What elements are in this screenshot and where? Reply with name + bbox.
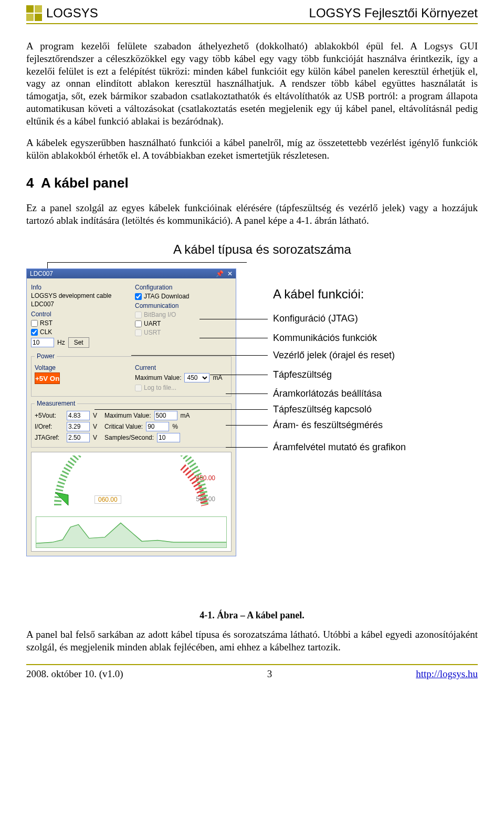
- footer-date: 2008. október 10. (v1.0): [26, 668, 123, 680]
- page-header: LOGSYS LOGSYS Fejlesztői Környezet: [26, 5, 478, 24]
- voltage-label: Voltage: [35, 364, 128, 371]
- 5v-on-button[interactable]: +5V On: [35, 372, 60, 384]
- set-button[interactable]: Set: [68, 337, 89, 348]
- figure-4-1: A kábel típusa és sorozatszáma LDC007 📌 …: [26, 237, 478, 621]
- gauge-range: 500.00: [196, 495, 215, 503]
- jtag-checkbox[interactable]: [135, 293, 142, 300]
- paragraph-1: A program kezelői felülete szabadon áthe…: [26, 40, 478, 127]
- callout-switch: Tápfeszültség kapcsoló: [273, 404, 372, 415]
- callout-measure: Áram- és feszültségmérés: [273, 420, 383, 431]
- svg-marker-1: [36, 523, 226, 547]
- gauge-max: 450.00: [196, 474, 215, 482]
- power-fieldset: Power Voltage +5V On Current Maximum Val…: [31, 353, 232, 397]
- critical-input[interactable]: [146, 422, 169, 431]
- cable-panel: LDC007 📌 ✕ Info LOGSYS development cable…: [26, 268, 236, 556]
- info-text-2: LDC007: [31, 301, 128, 309]
- close-icon[interactable]: ✕: [227, 270, 233, 277]
- figure-caption: 4-1. Ábra – A kábel panel.: [26, 610, 478, 621]
- callout-comm: Kommunikációs funkciók: [273, 333, 377, 344]
- callout-jtag: Konfiguráció (JTAG): [273, 313, 358, 324]
- callout-power: Tápfeszültség: [273, 369, 332, 380]
- paragraph-3: Ez a panel szolgál az egyes kábelek funk…: [26, 202, 478, 227]
- max-ma-input[interactable]: [154, 411, 177, 420]
- max-current-select[interactable]: 450: [184, 373, 209, 382]
- page-footer: 2008. október 10. (v1.0) 3 http://logsys…: [26, 664, 478, 680]
- callout-gauge: Áramfelvétel mutató és grafikon: [273, 442, 406, 453]
- usrt-checkbox: [135, 329, 142, 336]
- paragraph-4: A panel bal felső sarkában az adott kábe…: [26, 628, 478, 654]
- bitbang-checkbox: [135, 312, 142, 318]
- gauge-current: 060.00: [94, 495, 121, 504]
- gauge-graph: 450.00 060.00 500.00: [31, 452, 232, 552]
- footer-pagenum: 3: [267, 668, 272, 680]
- callout-functions-title: A kábel funkciói:: [273, 287, 364, 302]
- callout-top: A kábel típusa és sorozatszáma: [173, 242, 351, 257]
- callout-currentlimit: Áramkorlátozás beállítása: [273, 388, 382, 399]
- sps-input[interactable]: [157, 433, 180, 442]
- footer-link[interactable]: http://logsys.hu: [416, 668, 478, 680]
- jtagref-value: [67, 433, 90, 442]
- control-label: Control: [31, 310, 128, 318]
- uart-checkbox[interactable]: [135, 320, 142, 327]
- panel-titlebar[interactable]: LDC007 📌 ✕: [27, 269, 236, 278]
- pin-icon[interactable]: 📌: [216, 270, 224, 277]
- config-label: Configuration: [135, 284, 232, 291]
- svg-marker-0: [55, 492, 68, 505]
- rst-checkbox[interactable]: [31, 320, 38, 327]
- logfile-checkbox: [135, 385, 142, 391]
- header-doc-title: LOGSYS Fejlesztői Környezet: [309, 6, 478, 20]
- info-text-1: LOGSYS development cable: [31, 292, 128, 301]
- logsys-logo-icon: [26, 5, 42, 21]
- clk-value-input[interactable]: [31, 338, 54, 347]
- clk-checkbox[interactable]: [31, 329, 38, 336]
- 5vout-value: [67, 411, 90, 420]
- measurement-fieldset: Measurement +5Vout: V Maximum Value: mA …: [31, 400, 232, 448]
- info-label: Info: [31, 284, 128, 291]
- brand-text: LOGSYS: [46, 6, 98, 20]
- paragraph-2: A kábelek egyszerűbben használható funkc…: [26, 137, 478, 162]
- section-heading: 4 A kábel panel: [26, 175, 478, 191]
- current-label: Current: [135, 364, 228, 371]
- comm-label: Communication: [135, 302, 232, 309]
- ioref-value: [67, 422, 90, 431]
- callout-control: Vezérlő jelek (órajel és reset): [273, 350, 395, 361]
